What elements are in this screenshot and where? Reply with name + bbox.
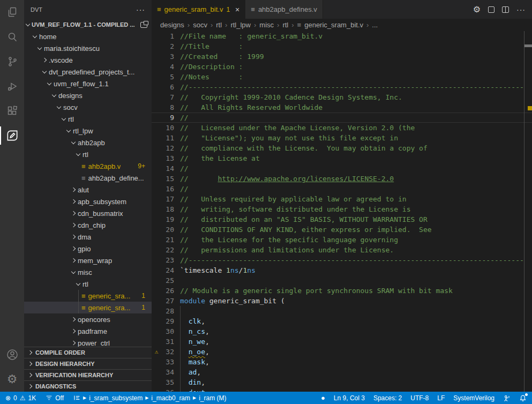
tree-item-misc[interactable]: misc [24, 266, 152, 278]
code-line-27[interactable]: 27module generic_sram_bit ( [152, 296, 532, 306]
cursor-position[interactable]: Ln 9, Col 3 [334, 394, 365, 402]
code-line-30[interactable]: 30 n_cs, [152, 326, 532, 336]
code-line-23[interactable]: 23//------------------------------------… [152, 255, 532, 265]
gear-icon[interactable]: ⚙ [473, 4, 481, 14]
activitybar-source-control[interactable] [0, 49, 24, 74]
tree-item-cdn_chip[interactable]: cdn_chip [24, 219, 152, 231]
code-line-22[interactable]: 22// permissions and limitations under t… [152, 245, 532, 255]
code-line-35[interactable]: 35 din, [152, 377, 532, 387]
breadcrumb-more[interactable]: ... [372, 21, 378, 29]
sidebar-more-actions-icon[interactable]: ··· [136, 5, 145, 14]
tree-item-socv[interactable]: socv [24, 101, 152, 113]
tree-item-opencores[interactable]: opencores [24, 313, 152, 325]
tree-item-generic_sra...[interactable]: ≡generic_sra...1 [24, 290, 152, 302]
tree-item-mem_wrap[interactable]: mem_wrap [24, 255, 152, 266]
close-icon[interactable]: × [235, 5, 239, 14]
code-line-18[interactable]: 18// writing, software distributed under… [152, 204, 532, 214]
activitybar-dvt[interactable] [0, 123, 24, 148]
tree-item-generic_sra...[interactable]: ≡generic_sra...1 [24, 302, 152, 313]
code-line-5[interactable]: 5//Notes : [152, 72, 532, 82]
code-line-33[interactable]: 33 mask, [152, 357, 532, 367]
code-line-31[interactable]: 31 n_we, [152, 336, 532, 347]
code-line-16[interactable]: 16// [152, 184, 532, 194]
code-line-29[interactable]: 29 clk, [152, 316, 532, 326]
layout-icon[interactable] [488, 6, 494, 13]
feedback-icon[interactable] [503, 394, 511, 402]
breadcrumb-item[interactable]: misc [259, 21, 274, 29]
code-line-19[interactable]: 19// distributed on an "AS IS" BASIS, WI… [152, 214, 532, 225]
tree-item-cdn_busmatrix[interactable]: cdn_busmatrix [24, 207, 152, 219]
tree-item-dma[interactable]: dma [24, 231, 152, 243]
code-line-1[interactable]: 1//File name : generic_sram_bit.v [152, 31, 532, 41]
code-line-36[interactable]: 36 dout [152, 387, 532, 392]
code-line-21[interactable]: 21// the License for the specific langua… [152, 235, 532, 245]
activitybar-explorer[interactable] [0, 0, 24, 25]
project-section-header[interactable]: UVM_REF_FLOW_1.1 - COMPILED ... [24, 19, 152, 31]
code-line-11[interactable]: 11// "License"); you may not use this fi… [152, 133, 532, 143]
code-line-28[interactable]: 28 [152, 306, 532, 316]
code-line-15[interactable]: 15// http://www.apache.org/licenses/LICE… [152, 174, 532, 184]
code-line-26[interactable]: 26// Module is a generic single port syn… [152, 286, 532, 296]
breadcrumb-item[interactable]: rtl_lpw [230, 21, 251, 29]
tree-item-rtl[interactable]: rtl [24, 113, 152, 125]
code-line-8[interactable]: 8// All Rights Reserved Worldwide [152, 102, 532, 113]
code-line-34[interactable]: 34 ad, [152, 367, 532, 377]
status-dot-icon[interactable]: ● [321, 394, 325, 402]
code-line-13[interactable]: 13// the License at [152, 153, 532, 163]
more-actions-icon[interactable]: ··· [516, 5, 526, 14]
design-scope-status[interactable]: ▶i_sram_subsystem▶i_macb0_ram▶i_ram (M) [73, 394, 227, 402]
code-line-7[interactable]: 7// Copyright 1999-2010 Cadence Design S… [152, 92, 532, 102]
tree-item-ahb2apb.v[interactable]: ≡ahb2apb.v9+ [24, 160, 152, 172]
panel-header-verification-hierarchy[interactable]: VERIFICATION HIERARCHY [24, 369, 152, 380]
tree-item-home[interactable]: home [24, 31, 152, 42]
panel-header-compile-order[interactable]: COMPILE ORDER [24, 347, 152, 358]
encoding-status[interactable]: UTF-8 [410, 394, 429, 402]
code-line-6[interactable]: 6//-------------------------------------… [152, 82, 532, 92]
split-editor-icon[interactable] [502, 6, 509, 13]
panel-header-diagnostics[interactable]: DIAGNOSTICS [24, 380, 152, 392]
code-line-14[interactable]: 14// [152, 163, 532, 174]
activitybar-settings[interactable]: ⚙ [0, 367, 24, 392]
activitybar-extensions[interactable] [0, 99, 24, 123]
activitybar-search[interactable] [0, 25, 24, 49]
activitybar-run-debug[interactable] [0, 74, 24, 99]
code-line-20[interactable]: 20// CONDITIONS OF ANY KIND, either expr… [152, 225, 532, 235]
tab-ahb2apb_defines.v[interactable]: ≡ahb2apb_defines.v [245, 0, 323, 19]
panel-header-design-hierarchy[interactable]: DESIGN HIERARCHY [24, 358, 152, 369]
tree-item-designs[interactable]: designs [24, 89, 152, 101]
tree-item-.vscode[interactable]: .vscode [24, 54, 152, 66]
tree-item-gpio[interactable]: gpio [24, 243, 152, 255]
breadcrumb-file[interactable]: generic_sram_bit.v [304, 21, 363, 29]
problems-status[interactable]: ⊗ 0 ⚠ 1K [5, 394, 36, 402]
tree-item-ahb2apb_define...[interactable]: ≡ahb2apb_define... [24, 172, 152, 184]
tree-item-apb_subsystem[interactable]: apb_subsystem [24, 196, 152, 207]
tree-item-rtl_lpw[interactable]: rtl_lpw [24, 125, 152, 137]
breadcrumb-item[interactable]: socv [193, 21, 207, 29]
code-line-25[interactable]: 25 [152, 275, 532, 286]
code-line-2[interactable]: 2//Title : [152, 41, 532, 51]
code-line-9[interactable]: 9// [152, 113, 532, 123]
code-line-12[interactable]: 12// compliance with the License. You ma… [152, 143, 532, 153]
tree-item-padframe[interactable]: padframe [24, 325, 152, 337]
tree-item-power_ctrl[interactable]: power_ctrl [24, 337, 152, 347]
tree-item-maria.stoichitescu[interactable]: maria.stoichitescu [24, 42, 152, 54]
code-line-3[interactable]: 3//Created : 1999 [152, 51, 532, 62]
eol-status[interactable]: LF [437, 394, 445, 402]
tree-item-dvt_predefined_projects_t...[interactable]: dvt_predefined_projects_t... [24, 66, 152, 78]
language-mode[interactable]: SystemVerilog [453, 394, 494, 402]
code-line-32[interactable]: ⚠32 n_oe, [152, 347, 532, 357]
code-line-4[interactable]: 4//Description : [152, 62, 532, 72]
tree-item-rtl[interactable]: rtl [24, 148, 152, 160]
notifications-bell[interactable] [519, 394, 527, 402]
breadcrumb-item[interactable]: rtl [282, 21, 288, 29]
tree-item-rtl[interactable]: rtl [24, 278, 152, 290]
filter-status[interactable]: Off [46, 394, 64, 402]
code-editor[interactable]: 1//File name : generic_sram_bit.v2//Titl… [152, 31, 532, 392]
tree-item-ahb2apb[interactable]: ahb2apb [24, 137, 152, 148]
code-line-24[interactable]: 24`timescale 1ns/1ns [152, 265, 532, 275]
split-panel-icon[interactable] [140, 22, 147, 28]
tab-generic_sram_bit.v[interactable]: ≡generic_sram_bit.v1× [152, 0, 245, 19]
code-line-17[interactable]: 17// Unless required by applicable law o… [152, 194, 532, 204]
scrollbar-thumb[interactable] [524, 44, 532, 47]
activitybar-account[interactable] [0, 342, 24, 367]
